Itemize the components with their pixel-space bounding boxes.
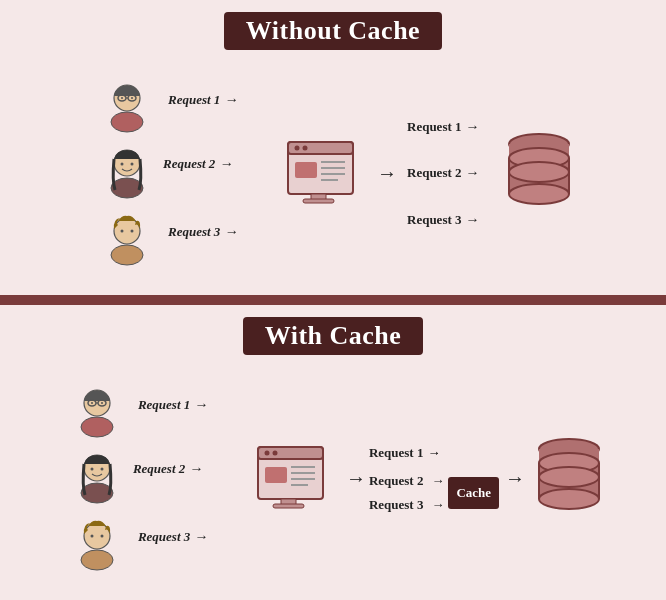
- top-request-arrows: Request 1 → Request 2 → Request 3 →: [163, 74, 273, 274]
- svg-point-10: [131, 163, 134, 166]
- bottom-db-icon: [533, 435, 605, 523]
- bottom-db-req2: Request 2 →: [369, 473, 445, 489]
- top-right-requests: Request 1 → Request 2 → Request 3 →: [407, 104, 497, 244]
- svg-point-47: [100, 535, 103, 538]
- top-panel: Without Cache: [0, 0, 666, 295]
- top-user2-avatar: [100, 146, 154, 200]
- top-db-req2: Request 2 →: [407, 165, 497, 181]
- top-db-req1: Request 1 →: [407, 119, 497, 135]
- panel-divider: [0, 295, 666, 305]
- bottom-req1-arrow: →: [194, 397, 208, 413]
- svg-point-39: [101, 402, 103, 404]
- top-req2-label: Request 2 →: [163, 156, 233, 172]
- bottom-req2-arrow: →: [189, 461, 203, 477]
- svg-point-38: [91, 402, 93, 404]
- bottom-server-icon: [253, 439, 333, 519]
- top-server-icon: [283, 134, 363, 214]
- top-users-col: [91, 74, 163, 274]
- svg-point-32: [509, 162, 569, 182]
- svg-point-46: [90, 535, 93, 538]
- bottom-right-area: Request 1 → Request 2 → Request 3 → Cach…: [369, 379, 503, 579]
- top-user3-avatar: [100, 213, 154, 267]
- top-diagram: Request 1 → Request 2 → Request 3 →: [0, 60, 666, 287]
- bottom-cache-to-db-arrow: →: [505, 467, 525, 490]
- svg-point-51: [272, 450, 277, 455]
- top-req3-label: Request 3 →: [168, 224, 238, 240]
- bottom-diagram: Request 1 → Request 2 → Request 3 →: [0, 365, 666, 592]
- svg-point-13: [121, 230, 124, 233]
- svg-rect-58: [273, 504, 304, 508]
- bottom-server-to-cache-arrow: →: [346, 467, 366, 490]
- bottom-db-req2-cache-row: Request 2 → Request 3 → Cache: [369, 473, 503, 513]
- bottom-db-req3: Request 3 →: [369, 497, 445, 513]
- bottom-panel-title: With Cache: [243, 317, 424, 355]
- svg-point-65: [539, 467, 599, 487]
- svg-point-5: [121, 97, 123, 99]
- bottom-req3-label: Request 3 →: [138, 529, 208, 545]
- top-db-icon: [503, 130, 575, 218]
- svg-point-28: [509, 184, 569, 204]
- bottom-user1-avatar: [70, 385, 124, 439]
- svg-point-18: [303, 145, 308, 150]
- svg-point-11: [111, 245, 143, 265]
- svg-point-43: [100, 468, 103, 471]
- top-user1-avatar: [100, 80, 154, 134]
- svg-point-44: [81, 550, 113, 570]
- bottom-user2-avatar: [70, 451, 124, 505]
- bottom-users-col: [61, 379, 133, 579]
- svg-point-34: [81, 417, 113, 437]
- top-req1-label: Request 1 →: [168, 92, 238, 108]
- bottom-req3-arrow: →: [194, 529, 208, 545]
- bottom-panel: With Cache: [0, 305, 666, 600]
- svg-rect-52: [265, 467, 287, 483]
- svg-point-42: [90, 468, 93, 471]
- svg-rect-19: [295, 162, 317, 178]
- svg-point-1: [111, 112, 143, 132]
- top-req1-arrow: →: [224, 92, 238, 108]
- svg-point-6: [131, 97, 133, 99]
- cache-box: Cache: [448, 477, 499, 509]
- svg-point-50: [264, 450, 269, 455]
- svg-point-17: [295, 145, 300, 150]
- top-req2-arrow: →: [219, 156, 233, 172]
- top-req3-arrow: →: [224, 224, 238, 240]
- svg-rect-25: [303, 199, 334, 203]
- bottom-db-req1: Request 1: [369, 445, 424, 461]
- bottom-req2-label: Request 2 →: [133, 461, 203, 477]
- svg-point-14: [131, 230, 134, 233]
- bottom-db-req23: Request 2 → Request 3 →: [369, 473, 445, 513]
- bottom-req1-label: Request 1 →: [138, 397, 208, 413]
- svg-point-9: [121, 163, 124, 166]
- top-panel-title: Without Cache: [224, 12, 442, 50]
- bottom-db-req1-row: Request 1 →: [369, 445, 441, 461]
- top-db-req3: Request 3 →: [407, 212, 497, 228]
- bottom-request-arrows: Request 1 → Request 2 → Request 3 →: [133, 379, 243, 579]
- svg-point-61: [539, 489, 599, 509]
- top-server-to-db-arrow: →: [377, 162, 397, 185]
- bottom-user3-avatar: [70, 518, 124, 572]
